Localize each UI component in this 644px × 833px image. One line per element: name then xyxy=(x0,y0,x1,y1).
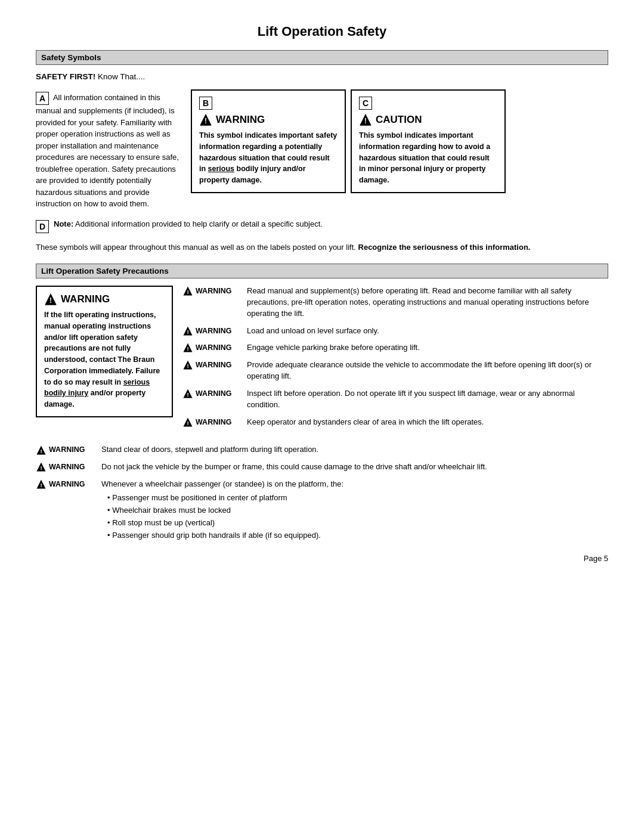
bullet-item-2: Wheelchair brakes must be locked xyxy=(107,505,343,516)
precaution-item-4: ! WARNING Provide adequate clearance out… xyxy=(182,360,608,382)
symbol-a: A All information contained in this manu… xyxy=(36,89,191,210)
symbol-a-label: A xyxy=(36,92,49,105)
standalone-warning-text-1: Stand clear of doors, stepwell and platf… xyxy=(101,444,318,456)
precautions-layout: ! WARNING If the lift operating instruct… xyxy=(36,286,608,433)
svg-text:!: ! xyxy=(187,289,188,295)
symbol-c-letter: C xyxy=(359,97,372,110)
precaution-text-6: Keep operator and bystanders clear of ar… xyxy=(247,417,608,428)
warning-b-icon: ! xyxy=(199,113,212,126)
warning-left-header: ! WARNING xyxy=(44,293,165,306)
standalone-warning-1: ! WARNING Stand clear of doors, stepwell… xyxy=(36,444,608,456)
warning-icon-3: ! xyxy=(182,342,193,353)
precaution-item-2: ! WARNING Load and unload on level surfa… xyxy=(182,326,608,337)
standalone-warning-icon-3: ! xyxy=(36,479,47,490)
svg-text:!: ! xyxy=(187,420,188,426)
svg-text:!: ! xyxy=(40,482,42,488)
svg-text:!: ! xyxy=(205,117,207,125)
precaution-label-2: ! WARNING xyxy=(182,326,242,336)
left-box-text: If the lift operating instructions, manu… xyxy=(44,309,165,410)
section2-header: Lift Operation Safety Precautions xyxy=(36,264,608,278)
precaution-label-1: ! WARNING xyxy=(182,286,242,296)
precaution-item-1: ! WARNING Read manual and supplement(s) … xyxy=(182,286,608,320)
precaution-label-6: ! WARNING xyxy=(182,417,242,428)
svg-text:!: ! xyxy=(364,117,367,125)
note-text: Note: Additional information provided to… xyxy=(54,219,323,228)
precautions-left-box: ! WARNING If the lift operating instruct… xyxy=(36,286,173,417)
warning-left-icon: ! xyxy=(44,293,57,306)
standalone-warning-2: ! WARNING Do not jack the vehicle by the… xyxy=(36,462,608,473)
warning-icon-6: ! xyxy=(182,417,193,428)
wheelchair-bullet-list: Passenger must be positioned in center o… xyxy=(101,493,343,541)
precaution-label-5: ! WARNING xyxy=(182,388,242,399)
svg-text:!: ! xyxy=(187,329,188,335)
safety-first-label: SAFETY FIRST! xyxy=(36,72,95,81)
bullet-item-1: Passenger must be positioned in center o… xyxy=(107,493,343,504)
symbols-footer: These symbols will appear throughout thi… xyxy=(36,241,608,253)
standalone-warning-text-2: Do not jack the vehicle by the bumper or… xyxy=(101,462,487,473)
safety-first-line: SAFETY FIRST! Know That.... xyxy=(36,72,608,81)
standalone-warning-icon-1: ! xyxy=(36,445,47,456)
standalone-warning-text-3: Whenever a wheelchair passenger (or stan… xyxy=(101,479,343,542)
page-number: Page 5 xyxy=(36,554,608,563)
symbol-b: B ! WARNING This symbol indicates import… xyxy=(191,89,346,193)
note-d-label: D xyxy=(36,220,49,233)
symbol-b-text: This symbol indicates important safety i… xyxy=(199,130,338,186)
precaution-text-5: Inspect lift before operation. Do not op… xyxy=(247,388,608,411)
caution-c-label: CAUTION xyxy=(376,114,422,126)
svg-text:!: ! xyxy=(187,391,188,398)
section1-header: Safety Symbols xyxy=(36,50,608,65)
precaution-text-1: Read manual and supplement(s) before ope… xyxy=(247,286,608,320)
warning-left-label: WARNING xyxy=(61,293,110,305)
warning-icon-1: ! xyxy=(182,286,193,296)
standalone-warning-label-1: ! WARNING xyxy=(36,444,95,455)
precaution-text-4: Provide adequate clearance outside the v… xyxy=(247,360,608,382)
bullet-item-4: Passenger should grip both handrails if … xyxy=(107,530,343,541)
svg-text:!: ! xyxy=(187,363,188,370)
precaution-item-5: ! WARNING Inspect lift before operation.… xyxy=(182,388,608,411)
warning-b-header: ! WARNING xyxy=(199,113,338,126)
symbol-b-letter: B xyxy=(199,97,212,110)
standalone-warning-label-2: ! WARNING xyxy=(36,462,95,472)
warning-b-label: WARNING xyxy=(216,114,265,126)
standalone-warning-icon-2: ! xyxy=(36,462,47,472)
precaution-item-6: ! WARNING Keep operator and bystanders c… xyxy=(182,417,608,428)
svg-text:!: ! xyxy=(40,465,42,472)
standalone-warning-label-3: ! WARNING xyxy=(36,479,95,490)
symbol-a-text: All information contained in this manual… xyxy=(36,93,179,208)
symbol-b-label-row: B xyxy=(199,97,338,110)
svg-text:!: ! xyxy=(49,296,52,305)
svg-text:!: ! xyxy=(40,448,42,454)
symbol-c-text: This symbol indicates important informat… xyxy=(359,130,497,186)
precautions-right: ! WARNING Read manual and supplement(s) … xyxy=(182,286,608,433)
warning-icon-4: ! xyxy=(182,360,193,370)
precaution-text-3: Engage vehicle parking brake before oper… xyxy=(247,342,608,354)
warning-icon-2: ! xyxy=(182,326,193,336)
warning-icon-5: ! xyxy=(182,388,193,399)
caution-c-header: ! CAUTION xyxy=(359,113,497,126)
bullet-item-3: Roll stop must be up (vertical) xyxy=(107,518,343,529)
precaution-label-3: ! WARNING xyxy=(182,342,242,353)
caution-c-icon: ! xyxy=(359,113,372,126)
standalone-warning-3: ! WARNING Whenever a wheelchair passenge… xyxy=(36,479,608,542)
symbols-row: A All information contained in this manu… xyxy=(36,89,608,210)
svg-text:!: ! xyxy=(187,346,188,352)
precaution-text-2: Load and unload on level surface only. xyxy=(247,326,608,337)
symbol-c-label-row: C xyxy=(359,97,497,110)
page-title: Lift Operation Safety xyxy=(36,24,608,39)
precaution-item-3: ! WARNING Engage vehicle parking brake b… xyxy=(182,342,608,354)
note-row: D Note: Additional information provided … xyxy=(36,219,608,233)
precaution-label-4: ! WARNING xyxy=(182,360,242,370)
symbol-c: C ! CAUTION This symbol indicates import… xyxy=(351,89,506,193)
safety-first-text: Know That.... xyxy=(98,72,145,81)
